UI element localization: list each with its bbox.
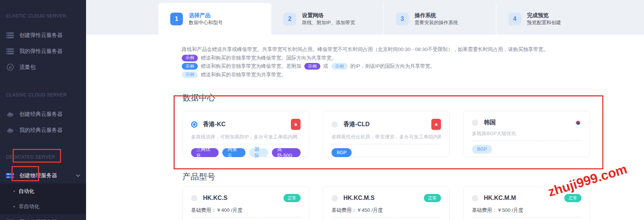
step-number-badge: 3	[396, 13, 409, 25]
sidebar-item-label: 我的弹性云服务器	[19, 48, 63, 55]
sidebar-item-label: 创建弹性云服务器	[19, 32, 63, 39]
example-badge: 示例	[182, 63, 198, 70]
hk-flag-icon: ★	[431, 119, 441, 130]
step-subtitle: 路线、附加IP、添加带宽	[302, 19, 355, 26]
sidebar-item-my-classic-server[interactable]: 我的经典云服务器	[0, 122, 86, 138]
base-price: 基础费用：￥400 /月度	[191, 207, 301, 214]
base-price: 基础费用：￥500 /月度	[472, 207, 581, 214]
datacenter-desc: 多线路BGP大陆优化	[472, 130, 581, 137]
step-subtitle: 预览配置和创建	[527, 19, 561, 26]
tab-step-1-choose-product[interactable]: 1 选择产品 数据中心和型号	[158, 3, 271, 35]
radio-unselected[interactable]	[331, 121, 338, 128]
physical-server-icon	[6, 172, 14, 179]
sidebar-item-create-classic-server[interactable]: 创建经典云服务器	[0, 106, 86, 122]
dotted-divider	[472, 140, 581, 141]
base-price: 基础费用：￥450 /月度	[331, 207, 441, 214]
dotted-divider	[191, 144, 301, 144]
model-name: HK.KC.M.S	[343, 195, 375, 201]
server-icon	[6, 32, 14, 39]
bandwidth-notes: 路线和产品会赠送共享或峰值带宽。共享带宽可长时间占用。峰值带宽不可长时间占用（北…	[182, 45, 548, 79]
sidebar-item-label: 创建经典云服务器	[19, 111, 63, 118]
sidebar-subitem-automatic[interactable]: 自动化	[0, 184, 86, 199]
sidebar-subitem-label: 非自动化	[19, 203, 39, 210]
datacenter-name: 香港-KC	[203, 121, 225, 128]
physical-server-submenu: 自动化 非自动化	[0, 184, 86, 214]
note-text: 赠送和购买的非独享带宽为峰值带宽。国际方向为共享带宽。	[201, 55, 337, 61]
step-subtitle: 数据中心和型号	[189, 19, 223, 26]
app-screen: ELASTIC CLOUD SERVER 创建弹性云服务器 我的弹性云服务器 e…	[0, 0, 644, 220]
radio-unselected[interactable]	[472, 119, 478, 126]
sidebar-item-traffic-package[interactable]: e 流量包	[0, 59, 86, 75]
datacenter-card-hongkong-cld[interactable]: 香港-CLD ★ 老牌高性价比机房，带宽便宜，多台可发工单组内网。 BGP	[323, 111, 450, 157]
bullet-icon	[13, 191, 15, 192]
example-badge: 示例	[304, 63, 320, 70]
sidebar-subitem-label: 自动化	[19, 188, 34, 195]
dotted-divider	[472, 217, 581, 218]
note-text: 路线和产品会赠送共享或峰值带宽。共享带宽可长时间占用。峰值带宽不可长时间占用（北…	[182, 46, 548, 53]
note-text: 赠送和购买的非独享带宽为峰值带宽。若附加	[201, 63, 301, 70]
example-badge: 示例	[331, 63, 348, 70]
feature-tag: 三网优化	[191, 148, 219, 157]
step-number-badge: 2	[283, 13, 296, 25]
model-name: HK.KC.S	[203, 195, 228, 201]
tab-step-4-preview[interactable]: 4 完成预览 预览配置和创建	[496, 3, 608, 35]
model-card-hk-kc-m-s[interactable]: HK.KC.M.S 正常 基础费用：￥450 /月度	[323, 186, 450, 220]
sidebar-subitem-non-automatic[interactable]: 非自动化	[0, 199, 86, 214]
tab-step-3-os[interactable]: 3 操作系统 需要安装的操作系统	[383, 3, 496, 35]
dotted-divider	[331, 144, 441, 144]
radio-selected[interactable]	[191, 121, 197, 128]
feature-tag: 阿里云	[222, 148, 245, 157]
datacenter-name: 香港-CLD	[343, 121, 369, 128]
feature-tag: 高防-50G	[272, 148, 301, 157]
note-text: 的IP，则该IP的国际方向为共享带宽。	[350, 63, 435, 70]
sidebar-item-label: 创建物理服务器	[19, 172, 57, 179]
datacenter-heading: 数据中心	[183, 92, 215, 103]
radio-unselected[interactable]	[331, 195, 338, 201]
sidebar-item-create-elastic-server[interactable]: 创建弹性云服务器	[0, 27, 86, 43]
datacenter-card-korea[interactable]: 韩国 多线路BGP大陆优化 BGP	[463, 111, 590, 157]
radio-unselected[interactable]	[191, 195, 197, 201]
note-line-2: 示例 赠送和购买的非独享带宽为峰值带宽。国际方向为共享带宽。	[182, 54, 548, 63]
sidebar-section-elastic: ELASTIC CLOUD SERVER	[0, 12, 86, 20]
datacenter-desc: 多路线选择，可附加高防IP，多台可发工单组内网。	[191, 134, 301, 140]
wizard-steps: 1 选择产品 数据中心和型号 2 设置网络 路线、附加IP、添加带宽 3 操作系…	[158, 3, 608, 35]
sidebar-item-my-physical-server[interactable]: 我的物理服务器	[0, 214, 86, 220]
model-card-hk-kc-s[interactable]: HK.KC.S 正常 基础费用：￥400 /月度	[183, 186, 309, 220]
sidebar-item-label: 我的物理服务器	[19, 219, 57, 220]
radio-unselected[interactable]	[472, 195, 478, 201]
traffic-package-icon: e	[6, 64, 14, 71]
example-badge: 示例	[182, 71, 198, 78]
physical-server-icon	[6, 219, 14, 220]
hk-flag-icon: ★	[291, 119, 301, 130]
feature-tag: BGP	[331, 148, 352, 157]
step-title: 选择产品	[189, 12, 223, 19]
step-title: 设置网络	[302, 12, 355, 19]
status-badge: 正常	[283, 194, 301, 202]
server-icon	[6, 48, 14, 55]
step-title: 操作系统	[415, 12, 458, 19]
step-title: 完成预览	[527, 12, 561, 19]
example-badge: 示例	[182, 55, 198, 61]
note-text: 或	[323, 63, 329, 70]
note-text: 赠送和购买的非独享带宽为共享带宽。	[201, 71, 286, 78]
dotted-divider	[191, 217, 301, 218]
model-card-hk-kc-m-m[interactable]: HK.KC.M.M 正常 基础费用：￥500 /月度	[463, 186, 590, 220]
note-line-1: 路线和产品会赠送共享或峰值带宽。共享带宽可长时间占用。峰值带宽不可长时间占用（北…	[182, 45, 548, 54]
tab-step-2-network[interactable]: 2 设置网络 路线、附加IP、添加带宽	[271, 3, 383, 35]
bullet-icon	[13, 206, 15, 207]
product-model-heading: 产品型号	[183, 171, 215, 182]
note-line-3: 示例 赠送和购买的非独享带宽为峰值带宽。若附加 示例 或 示例 的IP，则该IP…	[182, 62, 548, 71]
step-number-badge: 1	[170, 13, 183, 25]
datacenter-desc: 老牌高性价比机房，带宽便宜，多台可发工单组内网。	[331, 134, 441, 140]
kr-flag-icon	[575, 119, 581, 126]
cloud-server-icon	[6, 111, 14, 118]
note-line-4: 示例 赠送和购买的非独享带宽为共享带宽。	[182, 71, 548, 79]
feature-tag: 国际	[249, 148, 268, 157]
sidebar-section-dedicated: DEDICATED SERVER	[0, 153, 86, 161]
dotted-divider	[331, 217, 441, 218]
sidebar-item-my-elastic-server[interactable]: 我的弹性云服务器	[0, 43, 86, 59]
status-badge: 正常	[564, 194, 581, 202]
product-model-card-row: HK.KC.S 正常 基础费用：￥400 /月度 HK.KC.M.S 正常 基础…	[183, 186, 590, 220]
sidebar-item-create-physical-server[interactable]: 创建物理服务器	[0, 168, 86, 184]
datacenter-card-hongkong-kc[interactable]: 香港-KC ★ 多路线选择，可附加高防IP，多台可发工单组内网。 三网优化 阿里…	[183, 111, 309, 157]
